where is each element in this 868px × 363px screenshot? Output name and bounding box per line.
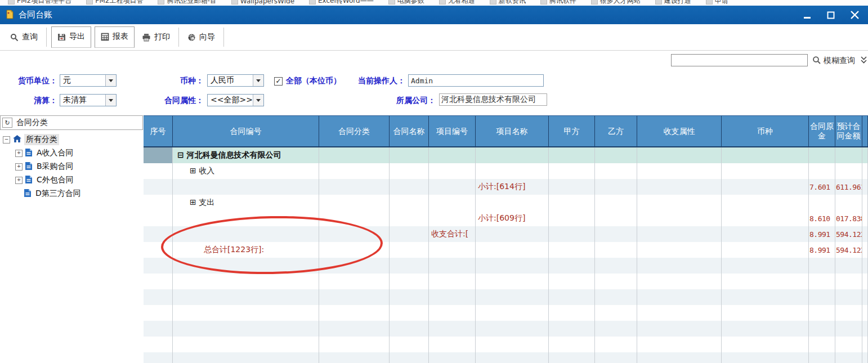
settle-select[interactable]: 未清算 [60,94,117,106]
table-cell-party_a [549,274,595,289]
bookmark-item[interactable]: Excel转Word—— [309,0,374,6]
window-title: 合同台账 [19,10,52,20]
expand-icon[interactable]: + [15,163,23,171]
column-header-contract_class[interactable]: 合同分类 [319,116,390,146]
table-cell-orig_amount [809,195,835,210]
table-row[interactable] [144,289,868,305]
table-row[interactable] [144,352,868,363]
table-cell-party_b [595,337,637,352]
bookmark-item[interactable]: 无看相通 [439,0,475,6]
table-cell-project_no [429,337,476,352]
expand-icon[interactable]: + [15,150,23,157]
export-button[interactable]: 导出 [51,26,91,48]
currency-label: 币种： [161,76,204,86]
chevron-down-icon[interactable] [253,75,263,86]
table-row[interactable] [144,274,868,289]
table-cell-seq [144,352,173,363]
table-row[interactable]: 总合计[1223行]:8.991594.123 [144,242,868,258]
contract-attr-select[interactable]: <<全部>> [207,94,264,106]
expand-icon[interactable]: + [15,177,23,184]
column-header-inout_attr[interactable]: 收支属性 [637,116,722,146]
column-header-seq[interactable]: 序号 [144,116,173,146]
table-row[interactable] [144,305,868,321]
table-cell-seq [144,210,173,226]
table-row[interactable]: ⊞ 收入 [144,163,868,179]
query-button[interactable]: 查询 [5,29,43,46]
minimize-button[interactable] [802,10,813,21]
table-row[interactable] [144,337,868,352]
column-header-orig_amount[interactable]: 合同原金 [809,116,835,146]
table-cell-project_no [429,321,476,337]
column-header-contract_name[interactable]: 合同名称 [390,116,429,146]
table-cell-orig_amount [809,147,835,163]
table-cell-inout_attr [637,258,722,274]
tree-item-outsourcing-contracts[interactable]: + C外包合同 [0,173,143,187]
column-header-party_b[interactable]: 乙方 [595,116,637,146]
report-button-label: 报表 [113,32,128,42]
table-cell-currency [722,289,809,305]
table-cell-contract_name [390,305,429,321]
close-button[interactable] [849,10,860,21]
column-header-project_no[interactable]: 项目编号 [429,116,476,146]
table-header: 序号合同编号合同分类合同名称项目编号项目名称甲方乙方收支属性币种合同原金预计合同… [144,115,868,147]
chevron-down-icon[interactable] [253,95,263,106]
table-cell-currency [722,274,809,289]
report-button[interactable]: 报表 [95,26,135,48]
bookmark-item[interactable]: 新软资讯 [490,0,526,6]
chevron-double-down-icon[interactable] [860,56,868,66]
tree-item-income-contracts[interactable]: + A收入合同 [0,146,143,160]
bookmark-item[interactable]: 很多人才网站 [591,0,641,6]
column-header-currency[interactable]: 币种 [722,116,809,146]
bookmark-item[interactable]: PM2项目管理平台 [8,0,71,6]
bookmark-item[interactable]: PM2工程项目管 [86,0,143,6]
table-cell-est_amount [835,274,862,289]
tree-item-purchase-contracts[interactable]: + B采购合同 [0,160,143,173]
chevron-down-icon[interactable] [105,75,116,86]
table-cell-contract_class [319,352,390,363]
maximize-button[interactable] [825,10,836,21]
printer-icon [142,33,151,42]
table-row[interactable] [144,321,868,337]
table-body: ⊟ 河北科曼信息技术有限公司⊞ 收入小计:[614行]7.601611.961⊞… [144,147,868,363]
table-cell-orig_amount [809,352,835,363]
bookmark-item[interactable]: WallpapersWide [231,0,294,6]
currency-select[interactable]: 人民币 [207,74,264,87]
bookmark-item[interactable]: 腾讯软件 [540,0,576,6]
fuzzy-search-input[interactable] [671,54,808,66]
table-row[interactable] [144,258,868,274]
collapse-icon[interactable]: − [3,136,10,144]
table-row[interactable]: ⊞ 支出 [144,195,868,210]
column-header-contract_no[interactable]: 合同编号 [173,116,319,146]
column-header-party_a[interactable]: 甲方 [549,116,595,146]
bookmark-favicon [591,0,598,5]
bookmark-item[interactable]: 申请 [706,0,728,6]
all-base-currency-checkbox[interactable]: ✓ [274,77,283,86]
table-cell-extra [862,289,868,305]
print-button-label: 打印 [154,32,170,42]
table-cell-orig_amount [809,258,835,274]
tree-item-thirdparty-contracts[interactable]: D第三方合同 [0,187,143,200]
column-header-est_amount[interactable]: 预计合同金额 [835,116,862,146]
table-row[interactable]: 小计:[614行]7.601611.961 [144,179,868,195]
table-row[interactable]: 小计:[609行]8.610017.838 [144,210,868,226]
table-cell-party_a [549,337,595,352]
operator-input[interactable] [408,74,544,87]
table-cell-extra [862,147,868,163]
currency-unit-select[interactable]: 元 [60,74,117,87]
table-cell-contract_class [319,147,390,163]
refresh-icon[interactable]: ↻ [2,118,12,128]
bookmark-item[interactable]: 电脑参数 [388,0,424,6]
wizard-button[interactable]: 向导 [182,29,221,46]
column-header-extra[interactable] [862,116,868,146]
bookmark-item[interactable]: 腾讯企业邮箱-首 [158,0,216,6]
print-button[interactable]: 打印 [136,29,176,46]
table-row[interactable]: ⊟ 河北科曼信息技术有限公司 [144,147,868,163]
table-row[interactable]: 收支合计:[8.991594.123 [144,226,868,242]
table-cell-project_name [476,321,549,337]
tree-item-all-categories[interactable]: − 所有分类 [0,133,143,146]
column-header-project_name[interactable]: 项目名称 [476,116,549,146]
bookmark-item[interactable]: 建设打通 [655,0,691,6]
table-cell-contract_name [390,163,429,179]
table-cell-seq [144,289,173,305]
chevron-down-icon[interactable] [105,95,116,106]
